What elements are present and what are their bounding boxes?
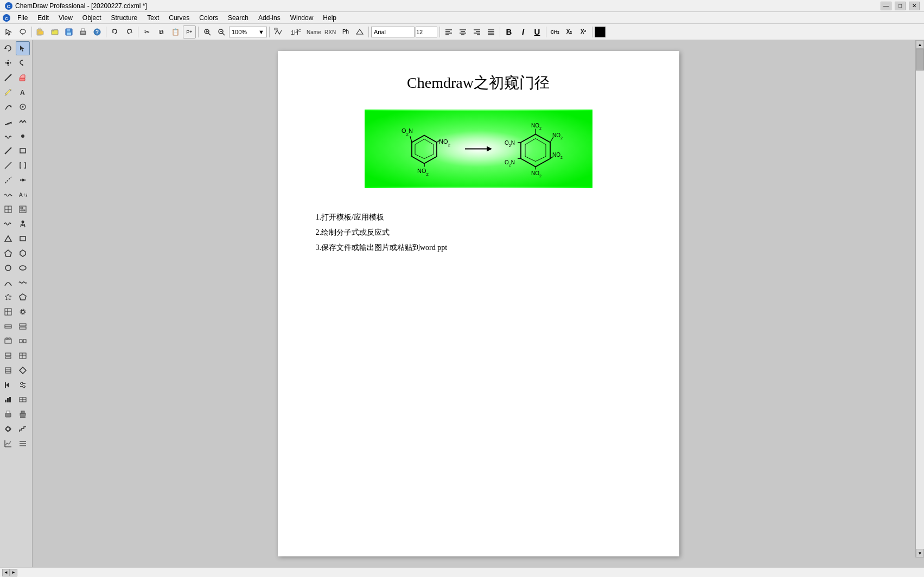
status-scroll-right-button[interactable]: ►	[10, 569, 17, 576]
lasso-select-button[interactable]	[16, 56, 30, 70]
menu-curves[interactable]: Curves	[164, 13, 194, 23]
menu-file[interactable]: File	[13, 13, 32, 23]
gear-button[interactable]	[16, 305, 30, 319]
eraser-button[interactable]	[16, 70, 30, 85]
triangle-button[interactable]	[1, 232, 15, 246]
pentagon-button[interactable]	[1, 246, 15, 260]
minimize-button[interactable]: —	[881, 2, 891, 10]
wave2-button[interactable]	[16, 275, 30, 290]
print-button[interactable]	[77, 25, 90, 39]
diag-line-button[interactable]	[1, 158, 15, 172]
cut-button[interactable]: ✂	[141, 25, 154, 39]
electron-push-button[interactable]	[16, 100, 30, 114]
special7-button[interactable]	[1, 363, 15, 377]
table-button[interactable]	[1, 202, 15, 216]
atom-map-button[interactable]: 1H3C	[288, 25, 303, 39]
menu-view[interactable]: View	[54, 13, 77, 23]
align-center-button[interactable]	[456, 25, 469, 39]
align-right-button[interactable]	[470, 25, 483, 39]
list-button[interactable]	[16, 437, 30, 451]
arc-button[interactable]	[1, 275, 15, 290]
rect-button[interactable]	[16, 232, 30, 246]
underline-button[interactable]: U	[531, 25, 544, 39]
prev-button[interactable]	[1, 378, 15, 392]
undo-button[interactable]	[109, 25, 122, 39]
grid-button[interactable]	[1, 305, 15, 319]
special4-button[interactable]	[16, 334, 30, 348]
pencil-button[interactable]	[1, 85, 15, 99]
copy-button[interactable]: ⧉	[155, 25, 168, 39]
circle-button[interactable]	[1, 261, 15, 275]
chemistry-subscript-button[interactable]: CH₂	[549, 25, 562, 39]
bracket-button[interactable]	[16, 158, 30, 172]
zoom-in-button[interactable]	[201, 25, 214, 39]
rotate-tool-button[interactable]	[1, 41, 15, 55]
stamp-button[interactable]	[16, 407, 30, 421]
open-button[interactable]	[48, 25, 61, 39]
bar-table-button[interactable]	[16, 393, 30, 407]
vscroll-up-button[interactable]: ▲	[916, 40, 924, 49]
font-name-input[interactable]	[371, 27, 415, 37]
rxn-button[interactable]: RXN	[323, 25, 338, 39]
star-button[interactable]	[1, 290, 15, 304]
bold-button[interactable]: B	[502, 25, 515, 39]
bond-line-button[interactable]	[1, 70, 15, 85]
vscroll-track[interactable]	[916, 49, 924, 549]
ellipse-button[interactable]	[16, 261, 30, 275]
print2-button[interactable]	[1, 407, 15, 421]
text-tool-2-button[interactable]: A+A	[16, 188, 30, 202]
select-structure-button[interactable]	[272, 25, 287, 39]
zoom-out-button[interactable]	[215, 25, 228, 39]
help-button[interactable]: ?	[91, 25, 104, 39]
lasso-tool-button[interactable]	[16, 25, 29, 39]
special1-button[interactable]	[1, 319, 15, 334]
squiggly-button[interactable]	[1, 188, 15, 202]
zoom-dropdown[interactable]: 100% ▼	[229, 27, 267, 37]
menu-colors[interactable]: Colors	[195, 13, 222, 23]
line-button[interactable]	[1, 144, 15, 158]
special5-button[interactable]	[1, 349, 15, 363]
special2-button[interactable]	[16, 319, 30, 334]
name-button[interactable]: Name	[304, 25, 322, 39]
wavy-bond-button[interactable]	[1, 129, 15, 143]
arrow-select-button[interactable]	[16, 41, 30, 55]
wedge-hatch-button[interactable]	[1, 114, 15, 129]
menu-text[interactable]: Text	[143, 13, 163, 23]
subscript-button[interactable]: X₂	[563, 25, 576, 39]
polygon-button[interactable]	[16, 290, 30, 304]
align-left-button[interactable]	[442, 25, 455, 39]
italic-button[interactable]: I	[517, 25, 530, 39]
orb-button[interactable]	[1, 422, 15, 436]
menu-structure[interactable]: Structure	[107, 13, 142, 23]
curved-arrow-button[interactable]	[1, 100, 15, 114]
menu-addins[interactable]: Add-ins	[254, 13, 285, 23]
color-swatch[interactable]	[595, 27, 606, 37]
arrow-line-button[interactable]	[1, 173, 15, 187]
adjust-button[interactable]	[16, 378, 30, 392]
template-button[interactable]	[16, 202, 30, 216]
menu-help[interactable]: Help	[318, 13, 341, 23]
close-button[interactable]: ✕	[909, 2, 920, 10]
graph-button[interactable]	[1, 437, 15, 451]
move-tool-button[interactable]	[1, 56, 15, 70]
bar-chart-button[interactable]	[1, 393, 15, 407]
maximize-button[interactable]: □	[895, 2, 906, 10]
hexagon-button[interactable]	[16, 246, 30, 260]
chem-tool-1[interactable]: Ph	[339, 25, 352, 39]
status-scroll-left-button[interactable]: ◄	[2, 569, 10, 576]
person-button[interactable]	[16, 217, 30, 231]
special6-button[interactable]	[16, 349, 30, 363]
menu-object[interactable]: Object	[78, 13, 106, 23]
dot-button[interactable]	[16, 173, 30, 187]
paste-button[interactable]: 📋	[169, 25, 182, 39]
menu-window[interactable]: Window	[286, 13, 318, 23]
vscroll-thumb[interactable]	[916, 49, 924, 70]
font-size-input[interactable]	[416, 27, 437, 37]
chain-button[interactable]	[16, 114, 30, 129]
square-button[interactable]	[16, 144, 30, 158]
vscroll-down-button[interactable]: ▼	[916, 549, 924, 557]
chem-tool-2[interactable]	[353, 25, 366, 39]
atom-node-button[interactable]	[16, 129, 30, 143]
redo-button[interactable]	[123, 25, 136, 39]
justify-button[interactable]	[485, 25, 498, 39]
